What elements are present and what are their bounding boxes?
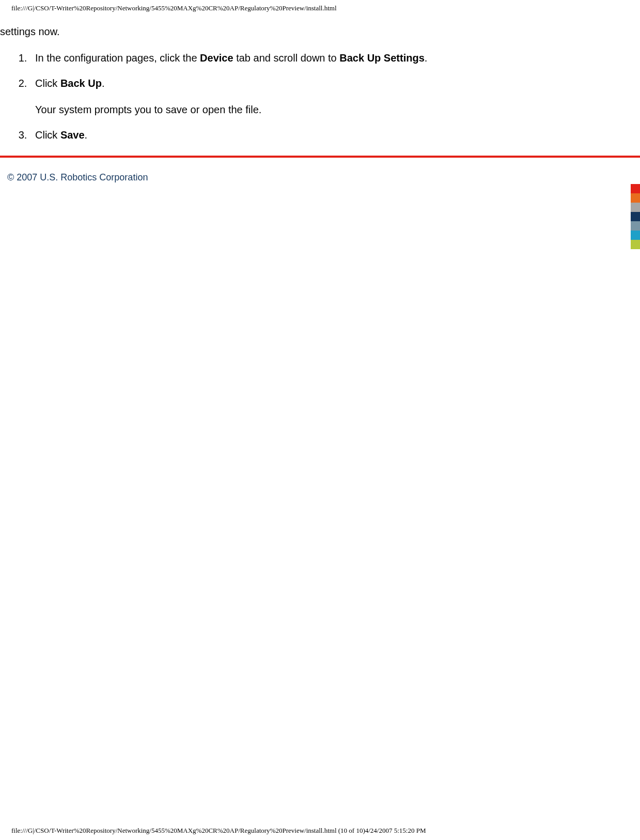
step-3: Click Save.	[30, 129, 640, 141]
step-sub-text: Your system prompts you to save or open …	[35, 104, 640, 116]
step-bold: Back Up	[60, 78, 102, 89]
step-text: tab and scroll down to	[233, 52, 340, 64]
intro-text: settings now.	[0, 26, 640, 38]
step-2: Click Back Up. Your system prompts you t…	[30, 78, 640, 116]
color-blocks	[631, 184, 640, 249]
footer-path: file:///G|/CSO/T-Writer%20Repository/Net…	[11, 827, 426, 835]
step-text: In the configuration pages, click the	[35, 52, 200, 64]
step-bold: Device	[200, 52, 233, 64]
step-bold: Save	[60, 129, 85, 141]
step-text: .	[85, 129, 88, 141]
step-text: Click	[35, 129, 60, 141]
step-1: In the configuration pages, click the De…	[30, 52, 640, 64]
color-block-red	[631, 184, 640, 193]
header-path: file:///G|/CSO/T-Writer%20Repository/Net…	[0, 0, 640, 12]
color-block-grey	[631, 203, 640, 212]
step-bold: Back Up Settings	[339, 52, 424, 64]
color-block-orange	[631, 193, 640, 203]
color-block-slate	[631, 221, 640, 231]
step-text: .	[102, 78, 105, 89]
step-text: Click	[35, 78, 60, 89]
document-content: settings now. In the configuration pages…	[0, 12, 640, 141]
copyright-text: © 2007 U.S. Robotics Corporation	[0, 158, 640, 183]
color-block-teal	[631, 231, 640, 240]
steps-list: In the configuration pages, click the De…	[0, 52, 640, 141]
step-text: .	[425, 52, 428, 64]
color-block-lime	[631, 240, 640, 249]
color-block-navy	[631, 212, 640, 221]
